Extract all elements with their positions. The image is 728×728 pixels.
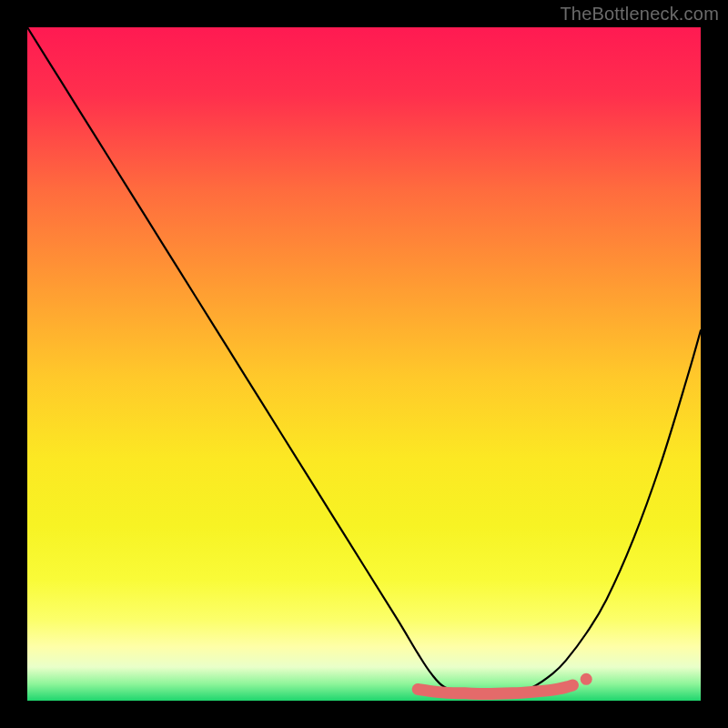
chart-curves	[27, 27, 701, 701]
highlight-dot	[581, 673, 592, 685]
bottleneck-curve	[27, 27, 701, 694]
optimal-band	[418, 685, 572, 694]
chart-frame: TheBottleneck.com	[0, 0, 728, 728]
watermark-text: TheBottleneck.com	[560, 4, 719, 25]
plot-area	[27, 27, 701, 701]
